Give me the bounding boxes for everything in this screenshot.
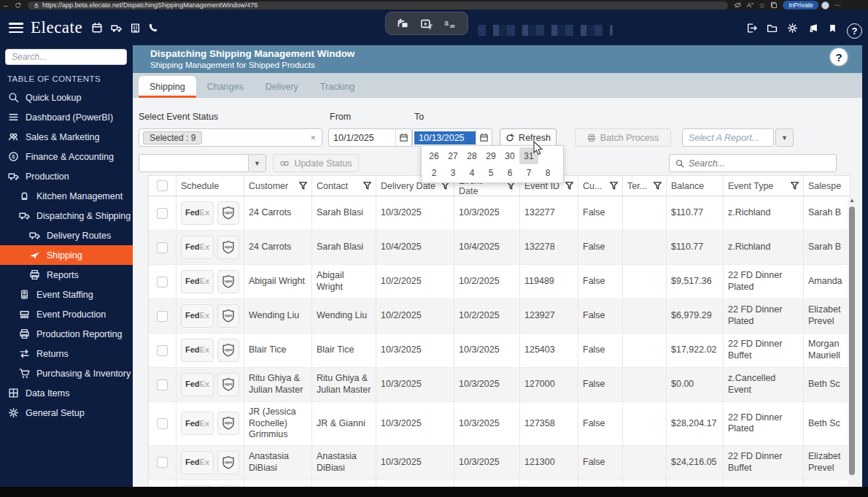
refresh-button[interactable]: Refresh	[500, 128, 557, 147]
row-checkbox[interactable]	[157, 311, 168, 322]
sidebar-item-data-items[interactable]: Data Items	[0, 383, 133, 403]
ups-button[interactable]: ups	[217, 201, 239, 225]
row-checkbox[interactable]	[157, 345, 168, 356]
fedex-button[interactable]: FedEx	[181, 236, 214, 259]
calendar-day-6[interactable]: 6	[500, 164, 519, 181]
update-status-button[interactable]: Update Status	[273, 154, 359, 172]
event-status-multiselect[interactable]: Selected : 9 ×	[139, 128, 322, 147]
to-date-input[interactable]: 10/13/2025	[414, 131, 476, 145]
app-logo[interactable]: Elecate	[31, 18, 82, 37]
ups-button[interactable]: ups	[217, 270, 239, 293]
ups-button[interactable]: ups	[217, 451, 239, 474]
to-calendar-icon[interactable]	[476, 129, 492, 146]
calendar-day-2[interactable]: 2	[425, 164, 443, 181]
sidebar-item-dispatching-shipping[interactable]: Dispatching & Shipping	[0, 206, 133, 226]
translate-icon[interactable]: aæ	[443, 18, 457, 29]
fedex-button[interactable]: FedEx	[181, 339, 214, 362]
sidebar-item-general-setup[interactable]: General Setup	[0, 403, 133, 423]
from-calendar-icon[interactable]	[395, 129, 411, 146]
sidebar-item-production-reporting[interactable]: Production Reporting	[0, 324, 133, 344]
filter-funnel-icon[interactable]	[565, 182, 573, 190]
split-screen-icon[interactable]	[397, 18, 409, 30]
window-help-icon[interactable]: ?	[830, 48, 848, 66]
select-all-checkbox[interactable]	[157, 180, 168, 191]
scrollbar-thumb[interactable]	[849, 207, 855, 475]
filter-funnel-icon[interactable]	[791, 182, 799, 190]
video-tools-icon[interactable]	[420, 18, 433, 30]
bookmark-icon[interactable]	[828, 23, 837, 34]
batch-process-button[interactable]: Batch Process	[575, 128, 671, 147]
sidebar-item-reports[interactable]: Reports	[0, 265, 133, 285]
filter-funnel-icon[interactable]	[363, 182, 371, 190]
row-checkbox[interactable]	[157, 380, 168, 390]
row-checkbox[interactable]	[157, 457, 168, 468]
sign-out-icon[interactable]	[746, 23, 757, 34]
fedex-button[interactable]: FedEx	[181, 412, 214, 435]
report-select[interactable]: Select A Report...	[682, 128, 774, 147]
sidebar-item-shipping[interactable]: Shipping	[0, 245, 133, 265]
calendar-day-27[interactable]: 27	[443, 147, 462, 164]
sidebar-item-delivery-routes[interactable]: Delivery Routes	[0, 226, 133, 245]
status-dropdown-icon[interactable]: ▼	[248, 154, 266, 172]
tab-changes[interactable]: Changes	[196, 76, 255, 98]
address-bar[interactable]: https://app.beta.elecate.net/Dispatching…	[28, 1, 728, 9]
fedex-button[interactable]: FedEx	[181, 304, 214, 328]
status-combobox[interactable]	[139, 154, 249, 172]
ups-button[interactable]: ups	[217, 304, 239, 328]
calendar-day-3[interactable]: 3	[443, 164, 462, 181]
row-checkbox[interactable]	[157, 208, 168, 219]
gear-icon[interactable]	[787, 23, 798, 34]
sidebar-item-production[interactable]: Production	[0, 166, 133, 186]
ups-button[interactable]: ups	[217, 339, 239, 362]
profile-avatar[interactable]	[821, 1, 829, 9]
scroll-up-icon[interactable]: ▲	[848, 197, 856, 204]
calendar-day-26[interactable]: 26	[425, 147, 443, 164]
sidebar-item-kitchen-management[interactable]: Kitchen Management	[0, 186, 133, 206]
text-size-icon[interactable]: Aʺ	[747, 1, 753, 9]
calendar-icon[interactable]	[91, 22, 103, 34]
refresh-page-icon[interactable]	[12, 2, 23, 9]
filter-funnel-icon[interactable]	[610, 182, 618, 190]
fedex-button[interactable]: FedEx	[181, 451, 214, 474]
calendar-day-29[interactable]: 29	[481, 147, 500, 164]
help-icon[interactable]: ?	[847, 23, 862, 39]
fedex-button[interactable]: FedEx	[181, 270, 214, 293]
fedex-button[interactable]: FedEx	[181, 373, 214, 396]
calendar-day-30[interactable]: 30	[500, 147, 519, 164]
truck-icon[interactable]	[110, 23, 123, 34]
from-date-input[interactable]	[329, 133, 395, 143]
row-checkbox[interactable]	[157, 277, 168, 288]
sidebar-item-quick-lookup[interactable]: Quick Lookup	[0, 88, 133, 107]
folder-icon[interactable]	[767, 23, 778, 34]
tab-delivery[interactable]: Delivery	[255, 76, 309, 98]
calendar-day-8[interactable]: 8	[538, 164, 557, 181]
sidebar-item-dashboard-powerbi[interactable]: Dashboard (PowerBI)	[0, 107, 133, 127]
phone-icon[interactable]	[148, 23, 158, 33]
collections-icon[interactable]	[770, 1, 778, 9]
browser-menu-icon[interactable]: ⋯	[834, 1, 841, 9]
grid-scrollbar[interactable]: ▲	[848, 196, 856, 487]
ups-button[interactable]: ups	[217, 236, 239, 259]
eye-slash-icon[interactable]	[734, 1, 742, 9]
favorite-star-icon[interactable]: ☆	[759, 1, 765, 9]
calendar-day-7[interactable]: 7	[519, 164, 538, 181]
filter-funnel-icon[interactable]	[654, 182, 662, 190]
row-checkbox[interactable]	[157, 418, 168, 429]
report-dropdown-icon[interactable]: ▼	[775, 128, 794, 147]
sidebar-item-event-staffing[interactable]: Event Staffing	[0, 285, 133, 304]
sidebar-search-input[interactable]: Search...	[5, 49, 127, 65]
grid-search-input[interactable]	[687, 158, 836, 169]
calendar-day-4[interactable]: 4	[462, 164, 481, 181]
menu-hamburger-icon[interactable]	[9, 23, 23, 33]
sidebar-item-finance-accounting[interactable]: $Finance & Accounting	[0, 147, 133, 166]
sidebar-item-purchasing-inventory[interactable]: Purchasing & Inventory	[0, 363, 133, 383]
clear-status-icon[interactable]: ×	[310, 132, 316, 143]
sidebar-item-returns[interactable]: Returns	[0, 344, 133, 363]
calendar-day-28[interactable]: 28	[462, 147, 481, 164]
tab-tracking[interactable]: Tracking	[309, 76, 365, 98]
ups-button[interactable]: ups	[217, 412, 239, 435]
fedex-button[interactable]: FedEx	[181, 201, 214, 225]
ups-button[interactable]: ups	[217, 373, 239, 396]
row-checkbox[interactable]	[157, 242, 168, 253]
sidebar-item-event-production[interactable]: Event Production	[0, 304, 133, 324]
